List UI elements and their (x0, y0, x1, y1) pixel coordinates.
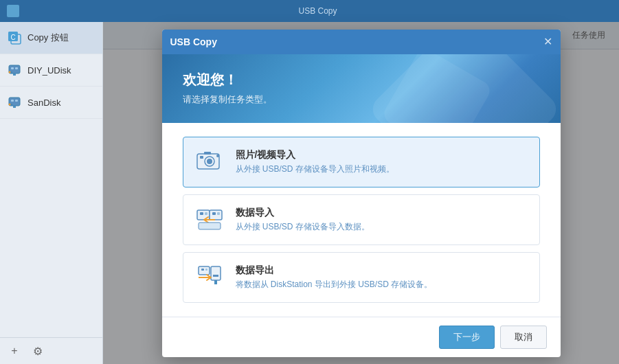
svg-point-15 (9, 104, 11, 106)
app-titlebar-icon (7, 5, 19, 17)
svg-rect-8 (13, 73, 16, 76)
svg-rect-35 (214, 280, 217, 284)
sidebar-item-diy-udisk-label: DIY_UDisk (27, 65, 71, 76)
option-data-import-desc: 从外接 USB/SD 存储设备导入数据。 (236, 221, 370, 233)
sidebar-item-copy[interactable]: C Copy 按钮 (0, 22, 102, 54)
next-button[interactable]: 下一步 (439, 326, 495, 349)
dialog-footer: 下一步 取消 (162, 317, 561, 357)
sidebar-bottom: + ⚙ (0, 337, 102, 364)
svg-rect-26 (212, 212, 216, 215)
svg-rect-25 (210, 210, 222, 220)
data-export-icon (194, 262, 225, 293)
option-photo-video-import[interactable]: 照片/视频导入 从外接 USB/SD 存储设备导入照片和视频。 (183, 137, 540, 187)
app-titlebar-title: USB Copy (23, 6, 612, 16)
add-task-button[interactable]: + (7, 343, 22, 359)
app-titlebar: USB Copy (0, 0, 619, 22)
sandisk-icon (7, 95, 22, 110)
sidebar-item-sandisk-label: SanDisk (27, 98, 60, 108)
svg-rect-19 (200, 156, 203, 159)
dialog-titlebar: USB Copy ✕ (162, 30, 561, 54)
sidebar: C Copy 按钮 DIY_UDis (0, 22, 103, 364)
option-photo-video-import-desc: 从外接 USB/SD 存储设备导入照片和视频。 (236, 163, 394, 175)
svg-rect-7 (15, 67, 18, 69)
svg-text:C: C (10, 34, 15, 41)
svg-rect-29 (199, 223, 221, 229)
svg-point-18 (207, 159, 212, 164)
app-window: USB Copy C Copy 按钮 (0, 0, 619, 364)
svg-rect-32 (205, 269, 207, 271)
svg-rect-22 (197, 210, 210, 220)
svg-rect-6 (11, 67, 14, 69)
dialog-close-button[interactable]: ✕ (543, 36, 552, 47)
sidebar-item-diy-udisk[interactable]: DIY_UDisk (0, 54, 102, 87)
main-content: 任务使用 USB Copy ✕ 欢迎您！ 请选择复制任务类型。 (103, 22, 619, 364)
svg-rect-23 (200, 212, 203, 215)
svg-rect-14 (13, 106, 16, 108)
svg-rect-30 (199, 266, 210, 275)
dialog-title: USB Copy (170, 36, 217, 47)
svg-rect-34 (213, 275, 218, 277)
dialog-hero: 欢迎您！ 请选择复制任务类型。 (162, 54, 561, 123)
option-data-import-text: 数据导入 从外接 USB/SD 存储设备导入数据。 (236, 207, 370, 233)
svg-point-21 (216, 155, 219, 157)
option-data-export-text: 数据导出 将数据从 DiskStation 导出到外接 USB/SD 存储设备。 (236, 264, 433, 291)
svg-rect-33 (211, 266, 221, 280)
option-data-export-desc: 将数据从 DiskStation 导出到外接 USB/SD 存储设备。 (236, 279, 433, 291)
copy-button-icon: C (7, 30, 22, 45)
diy-udisk-icon (7, 62, 22, 78)
photo-video-import-icon (194, 147, 225, 177)
svg-rect-31 (201, 269, 204, 271)
svg-rect-20 (204, 152, 211, 155)
data-import-icon (194, 205, 225, 235)
cancel-button[interactable]: 取消 (500, 326, 547, 349)
dialog-options: 照片/视频导入 从外接 USB/SD 存储设备导入照片和视频。 (162, 123, 561, 317)
svg-rect-27 (217, 212, 220, 215)
app-body: C Copy 按钮 DIY_UDis (0, 22, 619, 364)
option-data-export[interactable]: 数据导出 将数据从 DiskStation 导出到外接 USB/SD 存储设备。 (183, 252, 540, 303)
option-data-export-title: 数据导出 (236, 264, 433, 277)
svg-rect-13 (15, 100, 18, 102)
svg-point-9 (9, 71, 11, 73)
settings-button[interactable]: ⚙ (30, 343, 45, 359)
dialog-hero-subtitle: 请选择复制任务类型。 (183, 93, 540, 106)
option-data-import[interactable]: 数据导入 从外接 USB/SD 存储设备导入数据。 (183, 194, 540, 245)
dialog-hero-title: 欢迎您！ (183, 71, 540, 89)
modal-overlay: USB Copy ✕ 欢迎您！ 请选择复制任务类型。 (103, 22, 619, 364)
option-photo-video-import-title: 照片/视频导入 (236, 149, 394, 161)
option-data-import-title: 数据导入 (236, 207, 370, 219)
sidebar-item-sandisk[interactable]: SanDisk (0, 87, 102, 119)
usb-copy-dialog: USB Copy ✕ 欢迎您！ 请选择复制任务类型。 (162, 30, 561, 357)
option-photo-video-import-text: 照片/视频导入 从外接 USB/SD 存储设备导入照片和视频。 (236, 149, 394, 175)
svg-rect-24 (205, 212, 207, 215)
svg-rect-12 (11, 100, 14, 102)
sidebar-item-copy-label: Copy 按钮 (27, 32, 69, 44)
